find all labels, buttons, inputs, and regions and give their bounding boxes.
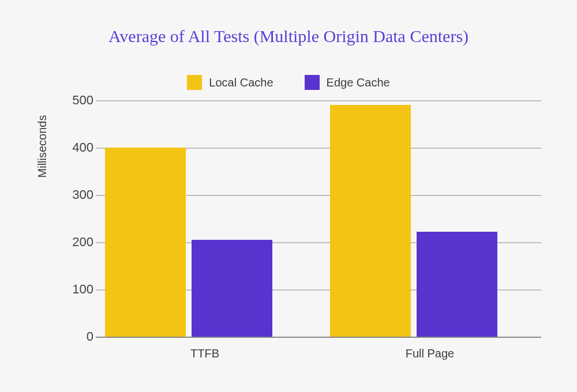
bar-ttfb-local xyxy=(105,148,186,337)
legend-swatch-edge xyxy=(305,75,320,90)
gridline xyxy=(96,100,541,101)
bar-fullpage-edge xyxy=(417,232,497,337)
legend: Local Cache Edge Cache xyxy=(0,75,577,90)
legend-swatch-local xyxy=(187,75,202,90)
plot-area xyxy=(99,100,541,337)
legend-label-edge: Edge Cache xyxy=(327,76,390,89)
y-tick-200: 200 xyxy=(53,235,93,250)
y-tick-100: 100 xyxy=(53,282,93,297)
bar-ttfb-edge xyxy=(192,240,272,337)
y-tick-0: 0 xyxy=(53,329,93,344)
y-axis-label: Milliseconds xyxy=(36,83,49,210)
x-cat-fullpage: Full Page xyxy=(387,347,473,360)
x-axis-line xyxy=(96,337,541,338)
y-tick-400: 400 xyxy=(53,140,93,155)
legend-item-edge: Edge Cache xyxy=(305,75,390,90)
legend-item-local: Local Cache xyxy=(187,75,273,90)
x-cat-ttfb: TTFB xyxy=(162,347,248,360)
bar-fullpage-local xyxy=(330,105,411,337)
y-tick-300: 300 xyxy=(53,187,93,202)
chart-title: Average of All Tests (Multiple Origin Da… xyxy=(0,27,577,46)
y-tick-500: 500 xyxy=(53,93,93,108)
legend-label-local: Local Cache xyxy=(209,76,273,89)
